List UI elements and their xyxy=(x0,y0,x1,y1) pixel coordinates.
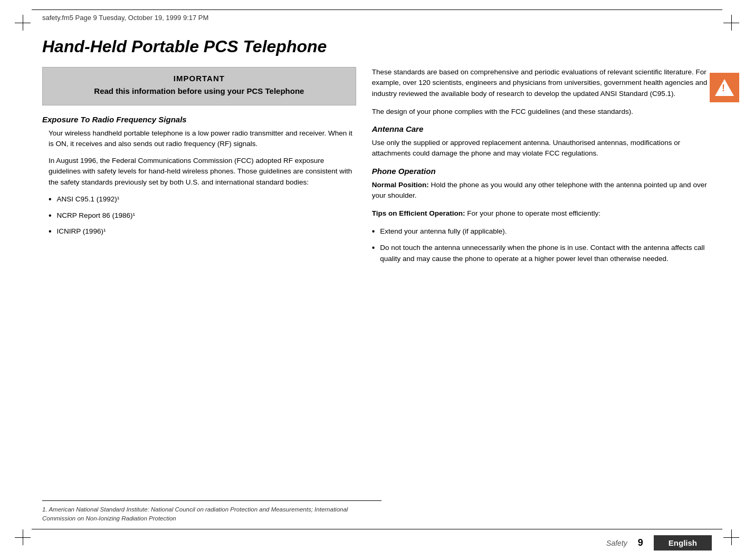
section3-heading: Phone Operation xyxy=(372,167,712,176)
file-header: safety.fm5 Page 9 Tuesday, October 19, 1… xyxy=(42,14,208,22)
list-item: Do not touch the antenna unnecessarily w… xyxy=(372,243,712,265)
important-box: IMPORTANT Read this information before u… xyxy=(42,67,356,105)
tips-intro-text: Tips on Efficient Operation: For your ph… xyxy=(372,208,712,219)
tips-label: Tips on Efficient Operation: xyxy=(372,209,465,217)
footnote-text: 1. American National Standard Institute:… xyxy=(42,505,381,524)
list-item: Extend your antenna fully (if applicable… xyxy=(372,226,712,237)
page-container: safety.fm5 Page 9 Tuesday, October 19, 1… xyxy=(0,0,754,560)
section1-heading: Exposure To Radio Frequency Signals xyxy=(42,115,356,124)
list-item: ICNIRP (1996)¹ xyxy=(49,226,356,237)
tips-intro: For your phone to operate most efficient… xyxy=(467,209,600,217)
header-rule xyxy=(32,9,722,10)
important-text: Read this information before using your … xyxy=(53,86,345,96)
list-item: ANSI C95.1 (1992)¹ xyxy=(49,194,356,205)
section2-heading: Antenna Care xyxy=(372,124,712,133)
section2-para: Use only the supplied or approved replac… xyxy=(372,138,712,159)
two-column-layout: IMPORTANT Read this information before u… xyxy=(42,67,712,271)
footer-language-label: English xyxy=(669,538,697,547)
footnote-description: American National Standard Institute: Na… xyxy=(42,506,348,522)
section1-para2: In August 1996, the Federal Communicatio… xyxy=(42,156,356,188)
footer-safety-label: Safety xyxy=(606,539,627,547)
page-title: Hand-Held Portable PCS Telephone xyxy=(42,37,712,56)
footer-area: Safety 9 English xyxy=(42,535,712,551)
crosshair-top-left xyxy=(15,15,31,31)
footer-page-number: 9 xyxy=(638,537,643,548)
crosshair-bottom-left xyxy=(15,529,31,545)
right-column: These standards are based on comprehensi… xyxy=(372,67,712,271)
left-column: IMPORTANT Read this information before u… xyxy=(42,67,356,271)
warning-icon-box xyxy=(710,73,739,102)
bullet-list: ANSI C95.1 (1992)¹ NCRP Report 86 (1986)… xyxy=(42,194,356,237)
section1-para1: Your wireless handheld portable telephon… xyxy=(42,128,356,150)
normal-position-label: Normal Position: xyxy=(372,181,429,189)
list-item: NCRP Report 86 (1986)¹ xyxy=(49,210,356,221)
right-para2: The design of your phone complies with t… xyxy=(372,107,712,117)
right-para1: These standards are based on comprehensi… xyxy=(372,67,712,99)
content-area: Hand-Held Portable PCS Telephone IMPORTA… xyxy=(42,37,712,518)
crosshair-bottom-right xyxy=(723,529,739,545)
footer-rule xyxy=(32,529,722,529)
important-label: IMPORTANT xyxy=(53,74,345,83)
warning-triangle-icon xyxy=(715,79,734,96)
tips-bullet-list: Extend your antenna fully (if applicable… xyxy=(372,226,712,265)
crosshair-top-right xyxy=(723,15,739,31)
footnote-area: 1. American National Standard Institute:… xyxy=(42,500,381,524)
footer-language-box: English xyxy=(654,535,712,551)
normal-position-text: Normal Position: Hold the phone as you w… xyxy=(372,180,712,201)
